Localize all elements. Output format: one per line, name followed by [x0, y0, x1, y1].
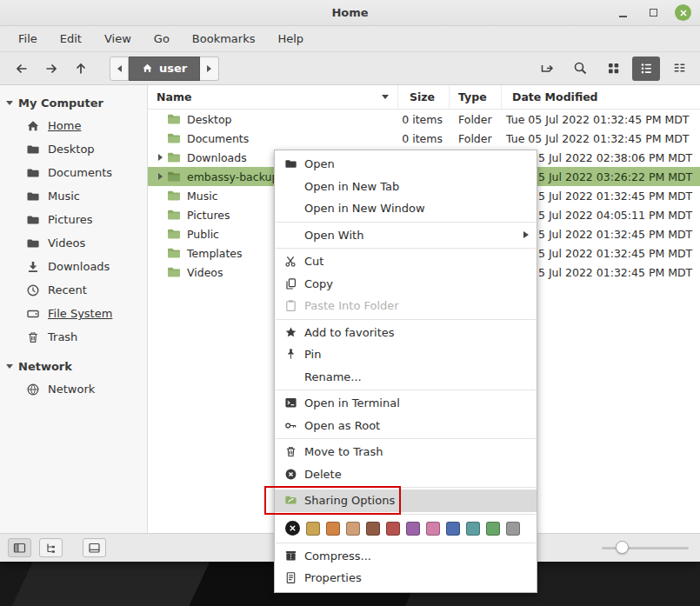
- sidebar-item-recent[interactable]: Recent: [0, 278, 147, 302]
- menu-item-delete[interactable]: Delete: [275, 463, 537, 486]
- sidebar-item-downloads[interactable]: Downloads: [0, 255, 147, 278]
- list-view-button[interactable]: [632, 57, 660, 81]
- folder-icon: [167, 113, 181, 125]
- folder-color-swatch[interactable]: [346, 522, 360, 536]
- home-icon: [26, 119, 40, 133]
- menu-item-properties[interactable]: Properties: [275, 567, 537, 589]
- close-button[interactable]: [675, 4, 691, 21]
- folder-color-swatch[interactable]: [386, 522, 400, 536]
- icon-view-button[interactable]: [599, 57, 627, 81]
- column-header-size[interactable]: Size: [398, 85, 450, 109]
- folder-color-swatch[interactable]: [446, 522, 460, 536]
- sidebar-item-videos[interactable]: Videos: [0, 231, 147, 255]
- column-header-type[interactable]: Type: [450, 85, 502, 109]
- pin-icon: [283, 348, 297, 362]
- sidebar-item-trash[interactable]: Trash: [0, 325, 147, 349]
- sidebar-item-pictures[interactable]: Pictures: [0, 208, 147, 231]
- file-size: 0 items: [398, 132, 450, 145]
- folder-color-swatch[interactable]: [366, 522, 380, 536]
- folder-color-swatch[interactable]: [506, 522, 520, 536]
- clear-folder-color-button[interactable]: [285, 521, 300, 536]
- menu-view[interactable]: View: [95, 30, 141, 48]
- folder-color-swatch[interactable]: [306, 522, 320, 536]
- location-entry-button[interactable]: [533, 57, 561, 81]
- menu-item-open[interactable]: Open: [275, 153, 537, 176]
- sidebar-item-network[interactable]: Network: [0, 377, 147, 401]
- sort-descending-icon: [382, 95, 389, 99]
- breadcrumb-current-button[interactable]: user: [129, 57, 200, 81]
- menu-item-open-as-root[interactable]: Open as Root: [275, 415, 537, 437]
- sidebar-item-label: Downloads: [48, 260, 110, 273]
- sidebar-item-label: Desktop: [48, 143, 95, 156]
- expander-icon[interactable]: [153, 154, 167, 161]
- sidebar-item-documents[interactable]: Documents: [0, 161, 147, 184]
- sidebar-item-label: Network: [48, 383, 95, 396]
- menu-item-open-with[interactable]: Open With: [275, 224, 537, 247]
- downloads-icon: [26, 260, 40, 274]
- file-row-desktop[interactable]: Desktop 0 items Folder Tue 05 Jul 2022 0…: [148, 110, 700, 129]
- folder-icon: [167, 151, 181, 163]
- menu-item-open-in-new-tab[interactable]: Open in New Tab: [275, 176, 537, 198]
- show-treeview-button[interactable]: [39, 538, 63, 557]
- folder-color-swatch[interactable]: [426, 522, 440, 536]
- file-name: Public: [187, 228, 219, 241]
- sidebar-item-file-system[interactable]: File System: [0, 302, 147, 325]
- compact-view-button[interactable]: [665, 57, 693, 81]
- up-button[interactable]: [66, 57, 96, 81]
- menu-edit[interactable]: Edit: [50, 30, 91, 48]
- sidebar-item-desktop[interactable]: Desktop: [0, 137, 147, 161]
- maximize-button[interactable]: [644, 4, 662, 22]
- sidebar-item-home[interactable]: Home: [0, 114, 147, 137]
- folder-color-swatch[interactable]: [486, 522, 500, 536]
- zoom-slider-handle[interactable]: [616, 541, 629, 554]
- menu-item-open-in-terminal[interactable]: Open in Terminal: [275, 392, 537, 415]
- search-button[interactable]: [566, 57, 594, 81]
- minimize-button[interactable]: [614, 4, 631, 22]
- folder-color-swatch[interactable]: [406, 522, 420, 536]
- file-row-documents[interactable]: Documents 0 items Folder Tue 05 Jul 2022…: [148, 129, 700, 148]
- zoom-slider-track[interactable]: [602, 547, 689, 549]
- menu-item-add-to-favorites[interactable]: Add to favorites: [275, 322, 537, 344]
- chevron-right-icon: [207, 65, 211, 72]
- folder-color-swatch[interactable]: [466, 522, 480, 536]
- menu-item-label: Move to Trash: [304, 445, 529, 458]
- back-button[interactable]: [7, 57, 37, 81]
- menu-item-pin[interactable]: Pin: [275, 343, 537, 366]
- menu-file[interactable]: File: [9, 30, 47, 48]
- toggle-extra-pane-button[interactable]: [83, 538, 106, 557]
- breadcrumb-back-button[interactable]: [110, 57, 129, 81]
- menu-item-compress[interactable]: Compress...: [275, 545, 537, 568]
- menu-item-move-to-trash[interactable]: Move to Trash: [275, 441, 537, 463]
- menu-item-cut[interactable]: Cut: [275, 250, 537, 273]
- menu-item-copy[interactable]: Copy: [275, 273, 537, 296]
- zoom-slider[interactable]: [602, 539, 689, 556]
- menu-separator: [276, 438, 536, 439]
- column-header-name[interactable]: Name: [148, 85, 398, 109]
- titlebar[interactable]: Home: [0, 0, 700, 26]
- forward-button[interactable]: [37, 57, 66, 81]
- triangle-right-icon: [158, 154, 163, 161]
- menu-help[interactable]: Help: [268, 30, 313, 48]
- menu-item-open-in-new-window[interactable]: Open in New Window: [275, 197, 537, 220]
- sidebar-section-label: Network: [18, 360, 72, 373]
- breadcrumb-current-label: user: [159, 62, 187, 75]
- expander-icon[interactable]: [153, 173, 167, 180]
- sidebar-section-label: My Computer: [18, 97, 103, 110]
- menu-go[interactable]: Go: [144, 30, 179, 48]
- show-places-button[interactable]: [8, 538, 31, 557]
- file-name-cell: Documents: [148, 132, 398, 145]
- menu-separator: [276, 319, 536, 320]
- folder-color-swatch[interactable]: [326, 522, 340, 536]
- menu-item-label: Open in New Window: [304, 202, 529, 215]
- menu-item-label: Delete: [304, 468, 529, 481]
- recent-icon: [26, 283, 40, 297]
- menu-bookmarks[interactable]: Bookmarks: [183, 30, 265, 48]
- menu-item-label: Properties: [304, 571, 529, 584]
- menu-item-rename[interactable]: Rename...: [275, 366, 537, 389]
- column-header-date-modified[interactable]: Date Modified: [502, 85, 700, 109]
- sidebar-section-my-computer[interactable]: My Computer: [0, 92, 147, 114]
- sidebar-section-network[interactable]: Network: [0, 356, 147, 377]
- sidebar-item-music[interactable]: Music: [0, 184, 147, 208]
- breadcrumb-forward-button[interactable]: [200, 57, 219, 81]
- menu-item-label: Add to favorites: [304, 326, 529, 339]
